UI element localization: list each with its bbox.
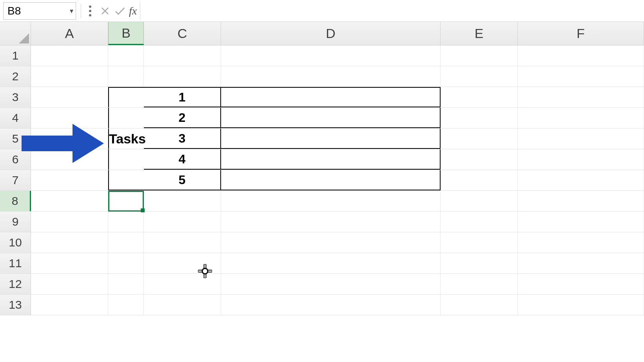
cell-B7[interactable] bbox=[108, 170, 144, 190]
cell-C8[interactable] bbox=[144, 191, 221, 211]
cell-C10[interactable] bbox=[144, 232, 221, 253]
cell-C6[interactable]: 4 bbox=[144, 149, 221, 170]
cell-A10[interactable] bbox=[31, 232, 108, 253]
cell-F13[interactable] bbox=[518, 295, 644, 315]
cell-C1[interactable] bbox=[144, 45, 221, 66]
row-header-1[interactable]: 1 bbox=[0, 45, 31, 66]
cell-B1[interactable] bbox=[108, 45, 144, 66]
cell-B8[interactable] bbox=[108, 191, 144, 211]
cell-F4[interactable] bbox=[518, 108, 644, 128]
cell-A11[interactable] bbox=[31, 253, 108, 273]
cell-D12[interactable] bbox=[221, 274, 441, 294]
cell-F11[interactable] bbox=[518, 253, 644, 273]
cell-E6[interactable] bbox=[441, 149, 518, 170]
cell-C3[interactable]: 1 bbox=[144, 87, 221, 107]
cell-B11[interactable] bbox=[108, 253, 144, 273]
cell-C2[interactable] bbox=[144, 66, 221, 87]
column-header-E[interactable]: E bbox=[441, 22, 518, 45]
column-header-F[interactable]: F bbox=[518, 22, 644, 45]
cell-D6[interactable] bbox=[221, 149, 441, 170]
row-3: 3 1 bbox=[0, 87, 644, 108]
name-box-dropdown-icon[interactable]: ▾ bbox=[70, 7, 73, 15]
formula-input[interactable] bbox=[140, 2, 644, 20]
cell-D2[interactable] bbox=[221, 66, 441, 87]
row-header-11[interactable]: 11 bbox=[0, 253, 31, 273]
cell-E5[interactable] bbox=[441, 129, 518, 149]
cell-E12[interactable] bbox=[441, 274, 518, 294]
cell-D5[interactable] bbox=[221, 129, 441, 149]
row-header-2[interactable]: 2 bbox=[0, 66, 31, 87]
cell-D13[interactable] bbox=[221, 295, 441, 315]
cell-B2[interactable] bbox=[108, 66, 144, 87]
cell-D4[interactable] bbox=[221, 108, 441, 128]
cell-F7[interactable] bbox=[518, 170, 644, 190]
cell-A2[interactable] bbox=[31, 66, 108, 87]
cell-F12[interactable] bbox=[518, 274, 644, 294]
cell-B13[interactable] bbox=[108, 295, 144, 315]
cell-E1[interactable] bbox=[441, 45, 518, 66]
arrow-annotation[interactable] bbox=[22, 124, 108, 165]
row-header-9[interactable]: 9 bbox=[0, 212, 31, 232]
cell-B6[interactable] bbox=[108, 149, 144, 170]
cell-B3[interactable] bbox=[108, 87, 144, 107]
cell-E13[interactable] bbox=[441, 295, 518, 315]
cell-B12[interactable] bbox=[108, 274, 144, 294]
name-box[interactable]: B8 ▾ bbox=[3, 2, 76, 20]
select-all-triangle[interactable] bbox=[0, 22, 31, 45]
cell-F2[interactable] bbox=[518, 66, 644, 87]
cell-B5[interactable]: Tasks bbox=[108, 129, 144, 149]
column-header-D[interactable]: D bbox=[221, 22, 441, 45]
cell-D1[interactable] bbox=[221, 45, 441, 66]
cell-A8[interactable] bbox=[31, 191, 108, 211]
cell-E10[interactable] bbox=[441, 232, 518, 253]
cell-E9[interactable] bbox=[441, 212, 518, 232]
cell-A9[interactable] bbox=[31, 212, 108, 232]
cell-F5[interactable] bbox=[518, 129, 644, 149]
cell-D10[interactable] bbox=[221, 232, 441, 253]
row-header-7[interactable]: 7 bbox=[0, 170, 31, 190]
cell-B10[interactable] bbox=[108, 232, 144, 253]
row-header-10[interactable]: 10 bbox=[0, 232, 31, 253]
cell-B4[interactable] bbox=[108, 108, 144, 128]
cell-A12[interactable] bbox=[31, 274, 108, 294]
cell-C7[interactable]: 5 bbox=[144, 170, 221, 190]
cell-C13[interactable] bbox=[144, 295, 221, 315]
cell-F8[interactable] bbox=[518, 191, 644, 211]
cell-E11[interactable] bbox=[441, 253, 518, 273]
cell-F10[interactable] bbox=[518, 232, 644, 253]
column-header-A[interactable]: A bbox=[31, 22, 108, 45]
cell-C4[interactable]: 2 bbox=[144, 108, 221, 128]
cell-F9[interactable] bbox=[518, 212, 644, 232]
cell-E3[interactable] bbox=[441, 87, 518, 107]
three-dots-icon[interactable] bbox=[83, 3, 98, 19]
enter-icon[interactable] bbox=[112, 3, 127, 19]
row-header-12[interactable]: 12 bbox=[0, 274, 31, 294]
cell-F3[interactable] bbox=[518, 87, 644, 107]
cell-D9[interactable] bbox=[221, 212, 441, 232]
cell-A7[interactable] bbox=[31, 170, 108, 190]
cell-B9[interactable] bbox=[108, 212, 144, 232]
cell-A1[interactable] bbox=[31, 45, 108, 66]
row-header-13[interactable]: 13 bbox=[0, 295, 31, 315]
cell-E8[interactable] bbox=[441, 191, 518, 211]
cell-D3[interactable] bbox=[221, 87, 441, 107]
cell-D7[interactable] bbox=[221, 170, 441, 190]
cell-A13[interactable] bbox=[31, 295, 108, 315]
cancel-icon[interactable] bbox=[98, 3, 112, 19]
cell-E4[interactable] bbox=[441, 108, 518, 128]
cell-D8[interactable] bbox=[221, 191, 441, 211]
cell-C9[interactable] bbox=[144, 212, 221, 232]
cell-E7[interactable] bbox=[441, 170, 518, 190]
column-header-B[interactable]: B bbox=[108, 22, 144, 45]
column-header-C[interactable]: C bbox=[144, 22, 221, 45]
cell-E2[interactable] bbox=[441, 66, 518, 87]
cell-F6[interactable] bbox=[518, 149, 644, 170]
cell-C5[interactable]: 3 bbox=[144, 129, 221, 149]
cell-F1[interactable] bbox=[518, 45, 644, 66]
svg-point-0 bbox=[89, 5, 91, 8]
fx-icon[interactable]: fx bbox=[127, 5, 140, 17]
cell-D11[interactable] bbox=[221, 253, 441, 273]
row-header-3[interactable]: 3 bbox=[0, 87, 31, 107]
cell-A3[interactable] bbox=[31, 87, 108, 107]
row-header-8[interactable]: 8 bbox=[0, 191, 31, 211]
